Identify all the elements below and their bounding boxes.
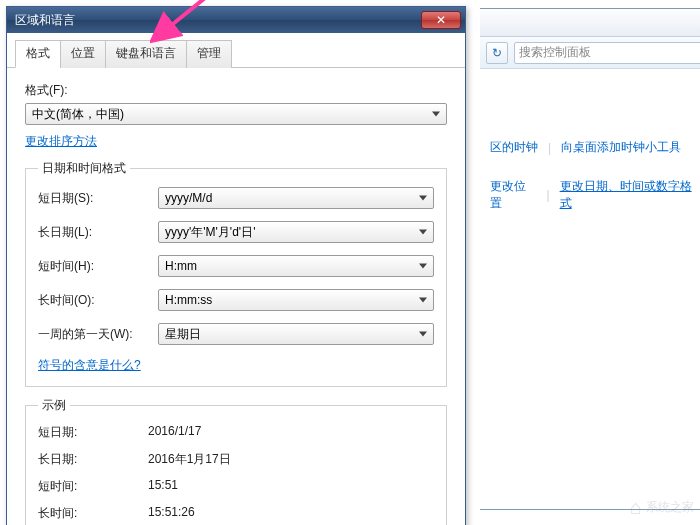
search-placeholder: 搜索控制面板	[519, 44, 591, 61]
control-panel-toolbar: ↻ 搜索控制面板	[480, 37, 700, 69]
tab-label: 管理	[197, 46, 221, 60]
chevron-down-icon	[419, 298, 427, 303]
tab-label: 格式	[26, 46, 50, 60]
cp-link-row-2: 更改位置 | 更改日期、时间或数字格式	[490, 178, 699, 212]
short-date-value: yyyy/M/d	[165, 191, 212, 205]
short-date-label: 短日期(S):	[38, 190, 148, 207]
example-long-time-value: 15:51:26	[148, 505, 195, 522]
dialog-title: 区域和语言	[15, 12, 421, 29]
format-label: 格式(F):	[25, 82, 447, 99]
format-panel: 格式(F): 中文(简体，中国) 更改排序方法 日期和时间格式 短日期(S): …	[7, 68, 465, 525]
tab-location[interactable]: 位置	[60, 40, 106, 68]
refresh-button[interactable]: ↻	[486, 42, 508, 64]
search-input[interactable]: 搜索控制面板	[514, 42, 700, 64]
short-time-combo[interactable]: H:mm	[158, 255, 434, 277]
cp-link-clock[interactable]: 区的时钟	[490, 139, 538, 156]
example-legend: 示例	[38, 397, 70, 414]
example-short-time-value: 15:51	[148, 478, 178, 495]
long-time-row: 长时间(O): H:mm:ss	[38, 289, 434, 311]
example-short-time-label: 短时间:	[38, 478, 148, 495]
control-panel-titlebar	[480, 9, 700, 37]
chevron-down-icon	[432, 112, 440, 117]
cp-link-desktop-gadget[interactable]: 向桌面添加时钟小工具	[561, 139, 681, 156]
long-date-combo[interactable]: yyyy'年'M'月'd'日'	[158, 221, 434, 243]
short-time-row: 短时间(H): H:mm	[38, 255, 434, 277]
first-day-combo[interactable]: 星期日	[158, 323, 434, 345]
symbols-help-link[interactable]: 符号的含意是什么?	[38, 358, 141, 372]
short-date-row: 短日期(S): yyyy/M/d	[38, 187, 434, 209]
example-short-date: 短日期: 2016/1/17	[38, 424, 434, 441]
long-date-label: 长日期(L):	[38, 224, 148, 241]
short-time-label: 短时间(H):	[38, 258, 148, 275]
tab-administrative[interactable]: 管理	[186, 40, 232, 68]
close-icon: ✕	[436, 13, 446, 27]
tab-label: 键盘和语言	[116, 46, 176, 60]
chevron-down-icon	[419, 264, 427, 269]
example-long-time: 长时间: 15:51:26	[38, 505, 434, 522]
tab-keyboard-language[interactable]: 键盘和语言	[105, 40, 187, 68]
example-long-date-label: 长日期:	[38, 451, 148, 468]
format-field: 格式(F): 中文(简体，中国)	[25, 82, 447, 125]
format-combo[interactable]: 中文(简体，中国)	[25, 103, 447, 125]
first-day-value: 星期日	[165, 326, 201, 343]
example-short-date-value: 2016/1/17	[148, 424, 201, 441]
first-day-label: 一周的第一天(W):	[38, 326, 148, 343]
chevron-down-icon	[419, 196, 427, 201]
dialog-titlebar[interactable]: 区域和语言 ✕	[7, 7, 465, 33]
tab-label: 位置	[71, 46, 95, 60]
example-long-time-label: 长时间:	[38, 505, 148, 522]
long-time-combo[interactable]: H:mm:ss	[158, 289, 434, 311]
chevron-down-icon	[419, 332, 427, 337]
chevron-down-icon	[419, 230, 427, 235]
long-time-label: 长时间(O):	[38, 292, 148, 309]
refresh-icon: ↻	[492, 46, 502, 60]
example-short-time: 短时间: 15:51	[38, 478, 434, 495]
control-panel-body: 区的时钟 | 向桌面添加时钟小工具 更改位置 | 更改日期、时间或数字格式	[480, 69, 700, 509]
region-language-dialog: 区域和语言 ✕ 格式 位置 键盘和语言 管理 格式(F): 中文(简体，中国) …	[6, 6, 466, 525]
first-day-row: 一周的第一天(W): 星期日	[38, 323, 434, 345]
tab-bar: 格式 位置 键盘和语言 管理	[7, 33, 465, 68]
tab-format[interactable]: 格式	[15, 40, 61, 68]
control-panel-window: ↻ 搜索控制面板 区的时钟 | 向桌面添加时钟小工具 更改位置 | 更改日期、时…	[480, 8, 700, 510]
dialog-body: 格式 位置 键盘和语言 管理 格式(F): 中文(简体，中国) 更改排序方法 日…	[7, 33, 465, 525]
datetime-format-legend: 日期和时间格式	[38, 160, 130, 177]
long-time-value: H:mm:ss	[165, 293, 212, 307]
cp-link-row-1: 区的时钟 | 向桌面添加时钟小工具	[490, 139, 699, 156]
example-long-date-value: 2016年1月17日	[148, 451, 231, 468]
format-combo-value: 中文(简体，中国)	[32, 106, 124, 123]
link-separator: |	[546, 188, 549, 202]
cp-link-change-date-formats[interactable]: 更改日期、时间或数字格式	[560, 178, 699, 212]
long-date-value: yyyy'年'M'月'd'日'	[165, 224, 255, 241]
datetime-format-group: 日期和时间格式 短日期(S): yyyy/M/d 长日期(L): yyyy'年'…	[25, 160, 447, 387]
example-long-date: 长日期: 2016年1月17日	[38, 451, 434, 468]
short-time-value: H:mm	[165, 259, 197, 273]
long-date-row: 长日期(L): yyyy'年'M'月'd'日'	[38, 221, 434, 243]
example-group: 示例 短日期: 2016/1/17 长日期: 2016年1月17日 短时间: 1…	[25, 397, 447, 525]
link-separator: |	[548, 141, 551, 155]
change-sort-link[interactable]: 更改排序方法	[25, 134, 97, 148]
short-date-combo[interactable]: yyyy/M/d	[158, 187, 434, 209]
close-button[interactable]: ✕	[421, 11, 461, 29]
cp-link-change-location[interactable]: 更改位置	[490, 178, 536, 212]
example-short-date-label: 短日期:	[38, 424, 148, 441]
